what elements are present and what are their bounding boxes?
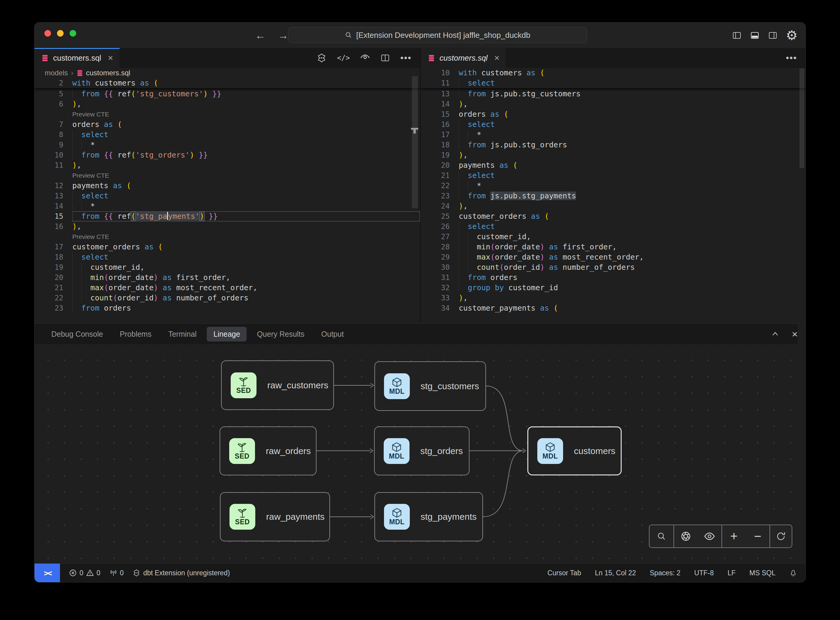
code-line-7[interactable]: 7orders as ( <box>35 119 420 129</box>
bell-icon[interactable] <box>789 569 797 577</box>
dbt-icon[interactable] <box>317 53 327 63</box>
lineage-canvas[interactable]: SEDraw_customersMDLstg_customersSEDraw_o… <box>35 344 805 564</box>
ports-status[interactable]: 0 <box>110 569 124 577</box>
lineage-node-raw_payments[interactable]: SEDraw_payments <box>220 492 330 542</box>
code-line-13[interactable]: 13 select <box>35 191 420 201</box>
code-line-2[interactable]: 2with customers as ( <box>35 78 420 88</box>
code-line-6[interactable]: 6), <box>35 99 420 109</box>
eol-status[interactable]: LF <box>727 569 736 577</box>
code-line-10[interactable]: 10with customers as ( <box>421 68 805 78</box>
code-line-19[interactable]: 19), <box>421 150 805 160</box>
code-line-33[interactable]: 33), <box>421 293 805 303</box>
panel-tab-lineage[interactable]: Lineage <box>207 327 246 342</box>
code-line-29[interactable]: 29 max(order_date) as most_recent_order, <box>421 252 805 262</box>
code-line-30[interactable]: 30 count(order_id) as number_of_orders <box>421 262 805 272</box>
cursor-position-status[interactable]: Ln 15, Col 22 <box>595 569 636 577</box>
code-line-10[interactable]: 10 from {{ ref('stg_orders') }} <box>35 150 420 160</box>
lineage-node-customers[interactable]: MDLcustomers <box>527 426 622 476</box>
code-line-5[interactable]: 5 from {{ ref('stg_customers') }} <box>35 89 420 99</box>
language-mode-status[interactable]: MS SQL <box>750 569 775 577</box>
code-line-11[interactable]: 11), <box>35 160 420 170</box>
minimize-window-button[interactable] <box>57 30 64 37</box>
code-line-11[interactable]: 11 select <box>421 78 805 88</box>
eye-icon[interactable] <box>704 531 715 542</box>
scrollbar-thumb[interactable] <box>412 76 418 208</box>
code-line-17[interactable]: 17customer_orders as ( <box>35 242 420 252</box>
close-tab-icon[interactable]: × <box>108 53 113 63</box>
code-line-25[interactable]: 25customer_orders as ( <box>421 211 805 221</box>
code-line-17[interactable]: 17 * <box>421 129 805 140</box>
lineage-node-stg_payments[interactable]: MDLstg_payments <box>374 492 483 542</box>
zoom-out-icon[interactable]: − <box>754 529 761 543</box>
code-line-24[interactable]: 24), <box>421 201 805 211</box>
code-line-20[interactable]: 20payments as ( <box>421 160 805 170</box>
code-line-16[interactable]: 16), <box>35 221 420 232</box>
panel-tab-debug-console[interactable]: Debug Console <box>45 327 110 342</box>
code-line-18[interactable]: 18 from js.pub.stg_orders <box>421 140 805 150</box>
eye-icon[interactable] <box>360 53 370 63</box>
left-editor-scrollbar[interactable] <box>411 68 419 324</box>
close-tab-icon[interactable]: × <box>494 53 499 63</box>
lineage-node-raw_customers[interactable]: SEDraw_customers <box>221 360 334 410</box>
breadcrumb-folder[interactable]: models <box>45 69 68 77</box>
layout-panel-icon[interactable] <box>750 31 760 40</box>
code-line-13[interactable]: 13 from js.pub.stg_customers <box>421 89 805 99</box>
command-center-search[interactable]: [Extension Development Host] jaffle_shop… <box>288 27 587 43</box>
code-line-9[interactable]: 9 * <box>35 140 420 150</box>
zoom-in-icon[interactable]: + <box>730 529 738 543</box>
code-line-31[interactable]: 31 from orders <box>421 272 805 283</box>
panel-tab-terminal[interactable]: Terminal <box>162 327 203 342</box>
encoding-status[interactable]: UTF-8 <box>694 569 714 577</box>
code-line-19[interactable]: 19 customer_id, <box>35 262 420 272</box>
code-line-12[interactable]: 12payments as ( <box>35 181 420 191</box>
cursor-tab-status[interactable]: Cursor Tab <box>547 569 581 577</box>
code-line-15[interactable]: 15 from {{ ref('stg_payments') }} <box>35 211 420 221</box>
code-lens-line[interactable]: Preview CTE <box>35 109 420 119</box>
close-window-button[interactable] <box>44 30 51 37</box>
scrollbar-thumb[interactable] <box>799 68 804 168</box>
right-editor-scrollbar[interactable] <box>798 68 805 324</box>
layout-sidebar-left-icon[interactable] <box>732 31 742 40</box>
close-panel-icon[interactable]: × <box>792 328 798 340</box>
code-preview-icon[interactable]: </> <box>337 54 350 62</box>
code-line-28[interactable]: 28 min(order_date) as first_order, <box>421 242 805 252</box>
indentation-status[interactable]: Spaces: 2 <box>650 569 681 577</box>
code-line-14[interactable]: 14), <box>421 99 805 109</box>
chevron-up-icon[interactable] <box>771 330 780 339</box>
code-line-22[interactable]: 22 * <box>421 181 805 191</box>
code-line-21[interactable]: 21 max(order_date) as most_recent_order, <box>35 283 420 293</box>
code-line-27[interactable]: 27 customer_id, <box>421 232 805 242</box>
breadcrumb-file[interactable]: customers.sql <box>76 69 130 77</box>
panel-tab-problems[interactable]: Problems <box>113 327 158 342</box>
code-line-22[interactable]: 22 count(order_id) as number_of_orders <box>35 293 420 303</box>
lineage-node-stg_customers[interactable]: MDLstg_customers <box>374 361 486 411</box>
panel-tab-query-results[interactable]: Query Results <box>250 327 311 342</box>
tab-customers-sql[interactable]: customers.sql × <box>35 48 120 68</box>
zoom-window-button[interactable] <box>70 30 76 37</box>
remote-indicator[interactable]: >< <box>35 564 60 582</box>
code-line-26[interactable]: 26 select <box>421 221 805 232</box>
code-line-8[interactable]: 8 select <box>35 129 420 140</box>
code-line-18[interactable]: 18 select <box>35 252 420 262</box>
settings-gear-icon[interactable]: ⚙ <box>786 29 798 42</box>
code-line-20[interactable]: 20 min(order_date) as first_order, <box>35 272 420 283</box>
code-line-15[interactable]: 15orders as ( <box>421 109 805 119</box>
panel-tab-output[interactable]: Output <box>315 327 350 342</box>
code-line-21[interactable]: 21 select <box>421 170 805 181</box>
refresh-icon[interactable] <box>775 531 786 542</box>
code-lens-line[interactable]: Preview CTE <box>35 170 420 181</box>
dbt-extension-status[interactable]: dbt Extension (unregistered) <box>132 569 230 577</box>
code-line-23[interactable]: 23 from orders <box>35 303 420 313</box>
code-line-23[interactable]: 23 from js.pub.stg_payments <box>421 191 805 201</box>
aperture-icon[interactable] <box>681 531 691 542</box>
layout-sidebar-right-icon[interactable] <box>768 31 778 40</box>
more-actions-icon[interactable]: ••• <box>400 53 412 63</box>
forward-arrow-icon[interactable]: → <box>278 29 289 42</box>
problems-status[interactable]: 0 0 <box>69 569 101 577</box>
search-icon[interactable] <box>657 531 667 542</box>
lineage-node-raw_orders[interactable]: SEDraw_orders <box>219 426 317 476</box>
code-line-34[interactable]: 34customer_payments as ( <box>421 303 805 313</box>
tab-customers-sql-preview[interactable]: customers.sql × <box>421 48 506 68</box>
more-actions-icon[interactable]: ••• <box>786 53 797 63</box>
code-line-14[interactable]: 14 * <box>35 201 420 211</box>
